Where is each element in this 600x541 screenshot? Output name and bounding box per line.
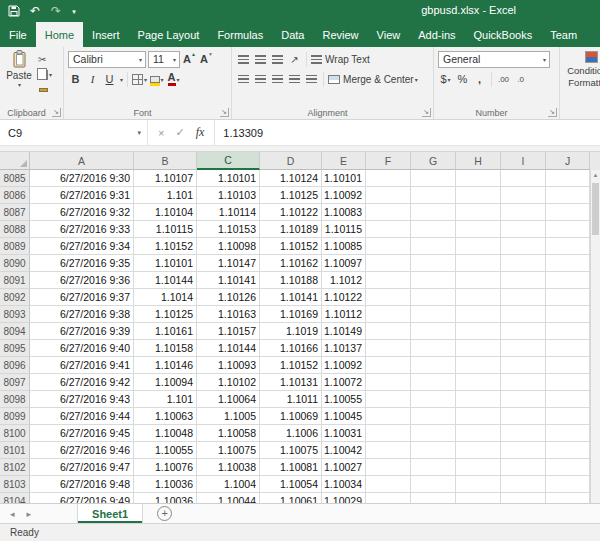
chevron-down-icon[interactable]: ▾ [120,76,123,83]
grid-cell-d8085[interactable]: 1.10124 [260,170,322,187]
grid-cell-i8090[interactable] [501,255,546,272]
grid-cell-j8087[interactable] [546,204,590,221]
font-dialog-launcher-icon[interactable]: ↘ [220,108,229,117]
grid-cell-c8087[interactable]: 1.10114 [197,204,260,221]
grid-cell-f8099[interactable] [366,408,411,425]
grid-cell-j8089[interactable] [546,238,590,255]
grid-cell-f8093[interactable] [366,306,411,323]
grid-cell-j8086[interactable] [546,187,590,204]
grid-cell-f8101[interactable] [366,442,411,459]
grid-cell-a8102[interactable]: 6/27/2016 9:47 [30,459,134,476]
grid-cell-a8099[interactable]: 6/27/2016 9:44 [30,408,134,425]
row-header-8091[interactable]: 8091 [0,272,30,289]
grid-cell-b8101[interactable]: 1.10055 [134,442,197,459]
decrease-decimal-icon[interactable]: .0 [513,71,528,88]
grid-cell-a8098[interactable]: 6/27/2016 9:43 [30,391,134,408]
grid-cell-h8103[interactable] [456,476,501,493]
grid-cell-b8090[interactable]: 1.10101 [134,255,197,272]
italic-button[interactable]: I [85,71,100,88]
grid-cell-b8102[interactable]: 1.10076 [134,459,197,476]
grid-cell-e8096[interactable]: 1.10092 [322,357,366,374]
row-header-8096[interactable]: 8096 [0,357,30,374]
grid-cell-b8088[interactable]: 1.10115 [134,221,197,238]
cut-icon[interactable]: ✂ [38,54,52,65]
grid-cell-h8104[interactable] [456,493,501,503]
grid-cell-g8090[interactable] [411,255,456,272]
grid-cell-g8086[interactable] [411,187,456,204]
grid-cell-d8095[interactable]: 1.10166 [260,340,322,357]
grid-cell-i8100[interactable] [501,425,546,442]
grid-cell-i8086[interactable] [501,187,546,204]
grid-cell-b8097[interactable]: 1.10094 [134,374,197,391]
grid-cell-j8092[interactable] [546,289,590,306]
grid-cell-i8099[interactable] [501,408,546,425]
grid-cell-f8096[interactable] [366,357,411,374]
grid-cell-c8094[interactable]: 1.10157 [197,323,260,340]
grid-cell-g8098[interactable] [411,391,456,408]
grid-cell-i8085[interactable] [501,170,546,187]
grid-cell-c8096[interactable]: 1.10093 [197,357,260,374]
grid-cell-h8087[interactable] [456,204,501,221]
grid-cell-e8100[interactable]: 1.10031 [322,425,366,442]
grid-cell-j8100[interactable] [546,425,590,442]
grid-cell-c8086[interactable]: 1.10103 [197,187,260,204]
grid-cell-d8104[interactable]: 1.10061 [260,493,322,503]
grid-cell-c8101[interactable]: 1.10075 [197,442,260,459]
grid-cell-f8103[interactable] [366,476,411,493]
scrollbar-thumb[interactable] [592,183,599,235]
row-header-8098[interactable]: 8098 [0,391,30,408]
insert-function-icon[interactable]: fx [196,125,205,140]
ribbon-tab-quickbooks[interactable]: QuickBooks [465,22,542,47]
grid-cell-d8097[interactable]: 1.10131 [260,374,322,391]
ribbon-tab-formulas[interactable]: Formulas [208,22,272,47]
grid-cell-f8104[interactable] [366,493,411,503]
grid-cell-f8094[interactable] [366,323,411,340]
ribbon-tab-team[interactable]: Team [541,22,586,47]
row-header-8089[interactable]: 8089 [0,238,30,255]
grid-cell-f8087[interactable] [366,204,411,221]
grid-cell-c8104[interactable]: 1.10044 [197,493,260,503]
wrap-text-button[interactable]: Wrap Text [311,51,370,68]
grid-cell-e8094[interactable]: 1.10149 [322,323,366,340]
grid-cell-j8088[interactable] [546,221,590,238]
align-left-icon[interactable] [236,71,251,88]
grid-cell-h8101[interactable] [456,442,501,459]
column-header-b[interactable]: B [134,152,197,170]
grid-cell-e8102[interactable]: 1.10027 [322,459,366,476]
ribbon-tab-file[interactable]: File [0,22,36,47]
align-top-icon[interactable] [236,51,251,68]
grid-cell-j8093[interactable] [546,306,590,323]
row-header-8095[interactable]: 8095 [0,340,30,357]
grid-cell-i8087[interactable] [501,204,546,221]
grid-cell-i8088[interactable] [501,221,546,238]
grid-cell-c8085[interactable]: 1.10101 [197,170,260,187]
grid-cell-e8099[interactable]: 1.10045 [322,408,366,425]
grid-cell-j8085[interactable] [546,170,590,187]
orientation-icon[interactable]: ↗ [287,51,302,68]
grid-cell-i8092[interactable] [501,289,546,306]
grid-cell-c8097[interactable]: 1.10102 [197,374,260,391]
align-center-icon[interactable] [253,71,268,88]
grid-cell-i8089[interactable] [501,238,546,255]
grid-cell-e8095[interactable]: 1.10137 [322,340,366,357]
grid-cell-j8097[interactable] [546,374,590,391]
grid-cell-g8085[interactable] [411,170,456,187]
grid-cell-g8092[interactable] [411,289,456,306]
row-header-8099[interactable]: 8099 [0,408,30,425]
row-header-8090[interactable]: 8090 [0,255,30,272]
grid-cell-d8094[interactable]: 1.1019 [260,323,322,340]
customize-qat-icon[interactable]: ▾ [70,3,78,19]
select-all-corner[interactable] [0,152,30,170]
grid-cell-g8095[interactable] [411,340,456,357]
grid-cell-h8100[interactable] [456,425,501,442]
increase-decimal-icon[interactable]: .00 [496,71,511,88]
alignment-dialog-launcher-icon[interactable]: ↘ [422,108,431,117]
grid-cell-c8091[interactable]: 1.10141 [197,272,260,289]
row-header-8101[interactable]: 8101 [0,442,30,459]
grid-cell-b8093[interactable]: 1.10125 [134,306,197,323]
grid-cell-b8099[interactable]: 1.10063 [134,408,197,425]
grid-cell-d8089[interactable]: 1.10152 [260,238,322,255]
grid-cell-g8102[interactable] [411,459,456,476]
row-header-8092[interactable]: 8092 [0,289,30,306]
grid-cell-i8102[interactable] [501,459,546,476]
